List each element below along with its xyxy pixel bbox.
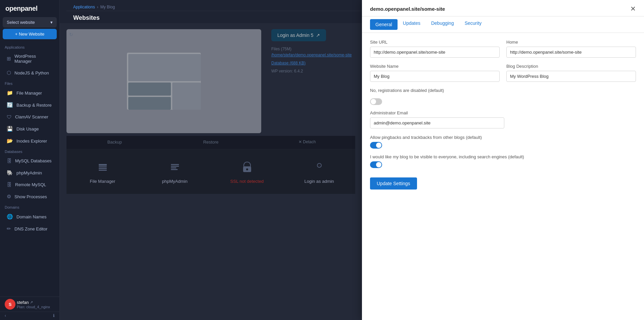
sidebar-item-backup-restore[interactable]: 🔄 Backup & Restore <box>2 99 57 111</box>
svg-rect-1 <box>99 166 107 167</box>
blog-description-input[interactable] <box>506 71 636 82</box>
home-input[interactable] <box>506 47 636 58</box>
overlay-panel: demo.openpanel.site/some-site ✕ General … <box>362 0 644 320</box>
svg-point-12 <box>318 164 320 166</box>
sidebar-item-nodejs[interactable]: ⬡ NodeJS & Python <box>2 67 57 78</box>
form-group-site-url: Site URL <box>370 40 500 58</box>
no-registrations-toggle[interactable] <box>370 98 382 105</box>
sidebar-item-mysql[interactable]: 🗄 MySQL Databases <box>2 155 57 166</box>
domain-icon: 🌐 <box>7 214 13 220</box>
tab-backup[interactable]: Backup <box>66 136 163 149</box>
svg-point-9 <box>246 168 248 170</box>
files-label: Files (75M) <box>271 47 355 51</box>
tabs-row: Backup Restore ✕ Detach <box>66 136 355 149</box>
form-group-home: Home <box>506 40 636 58</box>
ssl-icon <box>239 159 255 175</box>
wp-info: WP version: 6.4.2 <box>271 69 355 73</box>
sidebar-item-disk-usage[interactable]: 💾 Disk Usage <box>2 123 57 135</box>
select-website-button[interactable]: Select website ▾ <box>3 17 57 28</box>
form-group-admin-email: Administrator Email <box>370 110 636 128</box>
close-button[interactable]: ✕ <box>630 5 636 12</box>
file-manager-icon <box>95 159 111 175</box>
sidebar: openpanel Select website ▾ + New Website… <box>0 0 60 320</box>
admin-email-input[interactable] <box>370 117 504 128</box>
collapse-icon[interactable]: ‹ <box>5 313 6 318</box>
update-settings-button[interactable]: Update Settings <box>370 177 417 190</box>
website-name-label: Website Name <box>370 64 500 69</box>
new-website-button[interactable]: + New Website <box>3 29 57 39</box>
svg-rect-2 <box>99 168 107 169</box>
admin-email-label: Administrator Email <box>370 110 636 115</box>
files-path[interactable]: /home/stefan/demo.openpanel.site/some-si… <box>271 53 355 57</box>
sidebar-item-wordpress[interactable]: ⊞ WordPress Manager <box>2 51 57 66</box>
overlay-title: demo.openpanel.site/some-site <box>370 6 445 12</box>
svg-rect-5 <box>171 166 179 167</box>
clamav-icon: 🛡 <box>7 114 12 120</box>
preview-inner <box>127 53 201 110</box>
login-admin-icon <box>311 159 327 175</box>
pingbacks-label: Allow pingbacks and trackbacks from othe… <box>370 135 482 140</box>
sidebar-item-remote-mysql[interactable]: 🗄 Remote MySQL <box>2 179 57 190</box>
tab-general[interactable]: General <box>370 19 398 30</box>
svg-rect-4 <box>171 164 179 165</box>
blog-description-label: Blog Description <box>506 64 636 69</box>
sidebar-item-phpmyadmin[interactable]: 🐘 phpMyAdmin <box>2 167 57 178</box>
breadcrumb-applications[interactable]: Applications <box>73 5 95 9</box>
svg-rect-3 <box>99 170 107 171</box>
user-plan: Plan: cloud_4_nginx <box>17 305 55 309</box>
remote-mysql-icon: 🗄 <box>7 182 12 188</box>
quick-action-phpmyadmin[interactable]: phpMyAdmin <box>139 156 211 187</box>
sidebar-item-clamav[interactable]: 🛡 ClamAV Scanner <box>2 111 57 122</box>
tab-detach[interactable]: ✕ Detach <box>259 136 355 149</box>
sidebar-item-show-processes[interactable]: ⚙ Show Processes <box>2 191 57 202</box>
sidebar-section-files: Files <box>0 79 59 87</box>
tab-updates[interactable]: Updates <box>398 16 426 33</box>
form-row-url: Site URL Home <box>370 40 636 58</box>
tab-security[interactable]: Security <box>459 16 487 33</box>
nodejs-icon: ⬡ <box>7 70 11 76</box>
visible-toggle[interactable] <box>370 161 382 168</box>
website-name-input[interactable] <box>370 71 500 82</box>
quick-action-login-admin[interactable]: Login as admin <box>283 156 355 187</box>
quick-action-login-label: Login as admin <box>304 179 334 184</box>
sidebar-section-applications: Applications <box>0 43 59 51</box>
svg-rect-6 <box>171 167 176 168</box>
refresh-icon[interactable]: ↻ <box>69 32 73 37</box>
sidebar-item-inodes[interactable]: 📂 Inodes Explorer <box>2 135 57 147</box>
quick-action-file-manager[interactable]: File Manager <box>66 156 139 187</box>
tab-restore[interactable]: Restore <box>163 136 259 149</box>
site-url-input[interactable] <box>370 47 500 58</box>
quick-action-ssl-label: SSL not detected <box>230 179 264 184</box>
svg-rect-0 <box>99 164 107 166</box>
quick-action-ssl[interactable]: SSL not detected <box>211 156 283 187</box>
disk-icon: 💾 <box>7 126 13 132</box>
mysql-icon: 🗄 <box>7 158 12 164</box>
backup-icon: 🔄 <box>7 102 13 108</box>
overlay-body: Site URL Home Website Name Blog Descript… <box>362 33 644 320</box>
help-icon[interactable]: ℹ <box>53 313 55 318</box>
form-row-name: Website Name Blog Description <box>370 64 636 82</box>
tab-debugging[interactable]: Debugging <box>426 16 459 33</box>
site-info: Login as Admin 5 ↗ Files (75M) /home/ste… <box>268 29 355 133</box>
overlay-tabs: General Updates Debugging Security <box>362 16 644 33</box>
processes-icon: ⚙ <box>7 194 11 200</box>
sidebar-item-dns-zone[interactable]: ✏ DNS Zone Editor <box>2 223 57 234</box>
login-admin-button[interactable]: Login as Admin 5 ↗ <box>271 29 326 41</box>
overlay-header: demo.openpanel.site/some-site ✕ <box>362 0 644 16</box>
sidebar-section-databases: Databases <box>0 147 59 155</box>
preview-block-top <box>128 54 201 81</box>
sidebar-item-file-manager[interactable]: 📁 File Manager <box>2 87 57 99</box>
sidebar-item-domain-names[interactable]: 🌐 Domain Names <box>2 211 57 222</box>
dns-icon: ✏ <box>7 226 11 232</box>
db-info[interactable]: Database (688 KB) <box>271 61 355 65</box>
preview-block-right <box>172 83 201 110</box>
pingbacks-toggle[interactable] <box>370 142 382 149</box>
avatar: S <box>5 299 15 310</box>
quick-actions: File Manager phpMyAdmin <box>66 149 355 194</box>
phpmyadmin-action-icon <box>167 159 183 175</box>
website-preview: ↻ <box>66 29 261 133</box>
user-info: stefan ↗ Plan: cloud_4_nginx <box>17 300 55 309</box>
home-label: Home <box>506 40 636 45</box>
logo: openpanel <box>0 0 59 17</box>
svg-rect-7 <box>171 169 178 170</box>
